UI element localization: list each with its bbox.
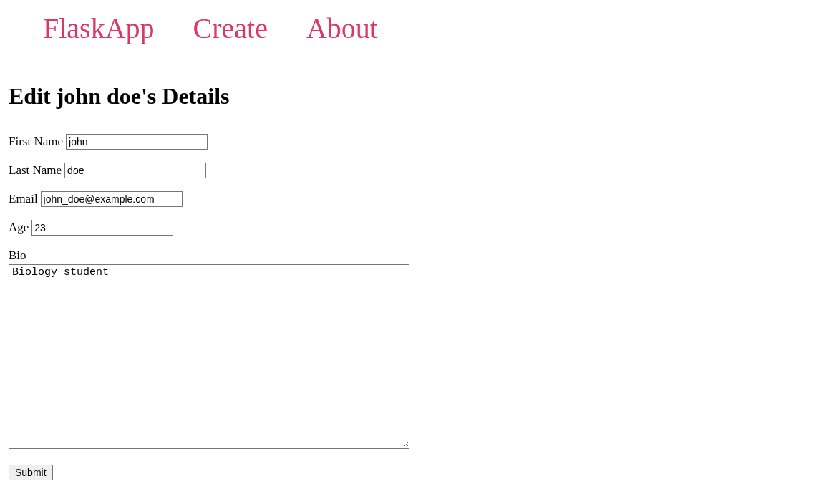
email-input[interactable] [41, 191, 183, 207]
submit-row: Submit [9, 465, 812, 480]
edit-student-form: First Name Last Name Email Age Bio Submi… [9, 134, 812, 480]
nav-brand-link[interactable]: FlaskApp [43, 0, 155, 57]
email-label: Email [9, 192, 38, 206]
email-row: Email [9, 191, 812, 207]
lastname-label: Last Name [9, 163, 62, 178]
nav-create-link[interactable]: Create [193, 0, 268, 57]
bio-row: Bio [9, 248, 812, 452]
age-label: Age [9, 220, 29, 235]
firstname-row: First Name [9, 134, 812, 150]
age-row: Age [9, 220, 812, 236]
age-input[interactable] [31, 220, 173, 236]
firstname-input[interactable] [66, 134, 208, 150]
content-area: Edit john doe's Details First Name Last … [0, 57, 821, 489]
lastname-row: Last Name [9, 163, 812, 178]
bio-textarea[interactable] [9, 264, 409, 449]
navbar: FlaskApp Create About [0, 0, 821, 57]
bio-label: Bio [9, 248, 812, 263]
page-title: Edit john doe's Details [9, 83, 812, 110]
submit-button[interactable]: Submit [9, 465, 53, 480]
lastname-input[interactable] [64, 163, 206, 178]
firstname-label: First Name [9, 135, 63, 149]
nav-about-link[interactable]: About [306, 0, 378, 57]
